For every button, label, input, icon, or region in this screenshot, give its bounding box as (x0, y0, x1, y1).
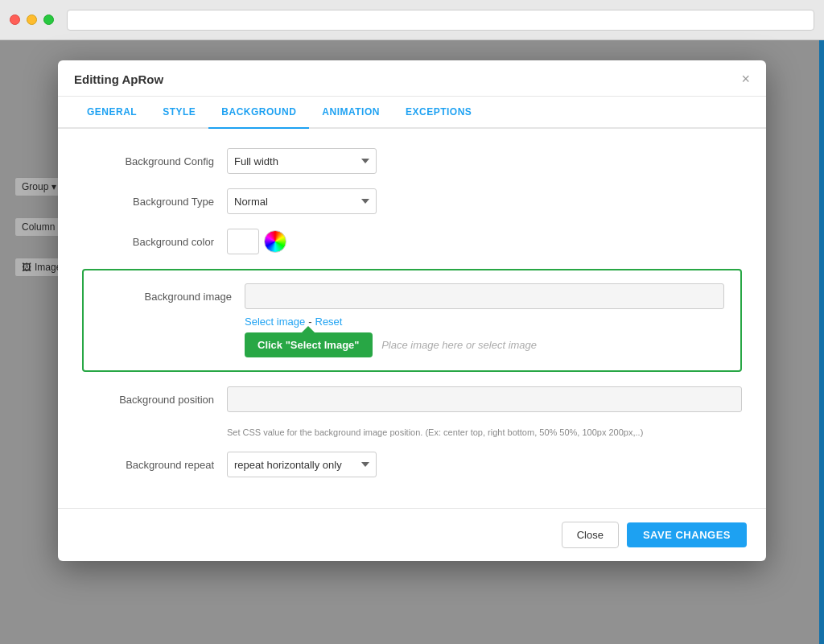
bg-repeat-control: repeat horizontally only no-repeat repea… (227, 452, 388, 477)
bg-type-label: Background Type (82, 196, 227, 208)
close-button[interactable]: Close (562, 522, 619, 548)
modal-body: Background Config Full width Boxed Custo… (58, 129, 766, 508)
modal-title: Editting ApRow (74, 72, 163, 86)
bg-type-control: Normal Gradient Image Video (227, 188, 388, 214)
traffic-green[interactable] (43, 14, 54, 25)
bg-config-control: Full width Boxed Custom (227, 148, 388, 174)
traffic-yellow[interactable] (27, 14, 37, 25)
tooltip-wrap: Click "Select Image" Place image here or… (100, 332, 724, 357)
tab-general[interactable]: GENERAL (74, 97, 150, 129)
traffic-red[interactable] (10, 14, 20, 25)
tabs-container: GENERAL STYLE BACKGROUND ANIMATION EXCEP… (58, 97, 766, 129)
bg-image-input[interactable] (245, 283, 724, 309)
modal-header: Editting ApRow × (58, 60, 766, 97)
bg-repeat-select[interactable]: repeat horizontally only no-repeat repea… (227, 452, 377, 477)
bg-type-select[interactable]: Normal Gradient Image Video (227, 188, 377, 214)
bg-config-row: Background Config Full width Boxed Custo… (82, 148, 742, 174)
bg-type-row: Background Type Normal Gradient Image Vi… (82, 188, 742, 214)
top-bar (0, 0, 824, 40)
modal-dialog: Editting ApRow × GENERAL STYLE BACKGROUN… (58, 60, 766, 561)
bg-repeat-label: Background repeat (82, 459, 227, 471)
bg-color-row: Background color (82, 229, 742, 254)
tab-background[interactable]: BACKGROUND (208, 97, 309, 129)
tab-animation[interactable]: ANIMATION (309, 97, 393, 129)
drag-drop-text: Place image here or select image (381, 339, 537, 351)
select-image-tooltip[interactable]: Click "Select Image" (245, 332, 373, 357)
color-wheel-icon[interactable] (264, 230, 286, 253)
modal-footer: Close SAVE CHANGES (58, 508, 766, 561)
bg-color-label: Background color (82, 236, 227, 248)
tab-style[interactable]: STYLE (150, 97, 208, 129)
bg-image-section: Background image Select image - Reset Cl… (82, 269, 742, 372)
modal-close-button[interactable]: × (741, 72, 750, 86)
bg-position-input[interactable] (227, 386, 742, 412)
color-swatch[interactable] (227, 229, 259, 254)
select-reset-row: Select image - Reset (100, 316, 724, 328)
bg-position-help: Set CSS value for the background image p… (82, 427, 742, 439)
tab-exceptions[interactable]: EXCEPTIONS (393, 97, 484, 129)
bg-config-select[interactable]: Full width Boxed Custom (227, 148, 377, 174)
bg-image-row: Background image (100, 283, 724, 309)
bg-config-label: Background Config (82, 155, 227, 167)
bg-image-label: Background image (100, 291, 245, 303)
color-input-wrap (227, 229, 286, 254)
address-bar[interactable] (67, 10, 814, 31)
save-changes-button[interactable]: SAVE CHANGES (627, 522, 747, 547)
reset-link[interactable]: Reset (315, 316, 343, 328)
select-image-link[interactable]: Select image (245, 316, 305, 328)
modal-overlay: Editting ApRow × GENERAL STYLE BACKGROUN… (0, 40, 824, 644)
bg-repeat-row: Background repeat repeat horizontally on… (82, 452, 742, 477)
bg-position-label: Background position (82, 394, 227, 406)
bg-position-row: Background position (82, 386, 742, 412)
